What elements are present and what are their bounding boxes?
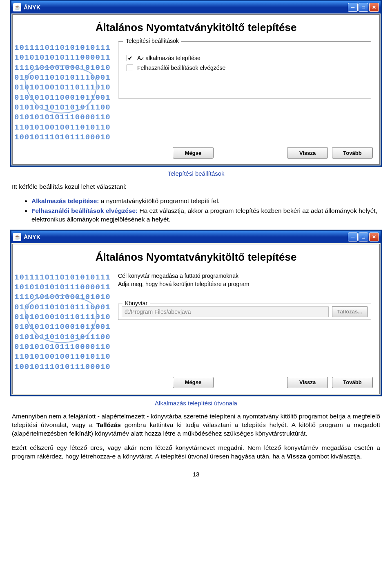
checkbox-install-app[interactable]: ✔ (127, 55, 133, 61)
close-button[interactable]: ✕ (369, 3, 379, 12)
checkbox-install-app-row: ✔ Az alkalmazás telepítése (127, 55, 363, 61)
figure-caption-1: Telepítési beállítások (10, 170, 382, 177)
figure-caption-2: Alkalmazás telepítési útvonala (10, 400, 382, 407)
settings-list: Alkalmazás telepítése: a nyomtatványkitö… (31, 197, 380, 224)
maximize-button[interactable]: □ (359, 3, 368, 12)
content-pane: Cél könyvtár megadása a futtató programo… (110, 271, 379, 372)
installer-heading: Általános Nyomtatványkitöltő telepítése (13, 15, 379, 41)
cancel-button[interactable]: Mégse (173, 147, 214, 159)
installer-window-path: ☕ ÁNYK ─ □ ✕ Általános Nyomtatványkitölt… (10, 230, 382, 396)
checkbox-user-settings-label: Felhasználói beállítások elvégzése (137, 65, 225, 71)
installer-heading: Általános Nyomtatványkitöltő telepítése (13, 244, 379, 271)
list-item: Felhasználói beállítások elvégzése: Ha e… (31, 207, 380, 224)
list-item: Alkalmazás telepítése: a nyomtatványkitö… (31, 197, 380, 206)
hungary-map-icon (21, 289, 102, 346)
doc-paragraph-2: Amennyiben nem a felajánlott - alapértel… (12, 412, 380, 461)
titlebar: ☕ ÁNYK ─ □ ✕ (11, 231, 381, 243)
checkbox-user-settings-row: Felhasználói beállítások elvégzése (127, 65, 363, 71)
p2-1: Amennyiben nem a felajánlott - alapértel… (12, 412, 380, 438)
minimize-button[interactable]: ─ (348, 233, 358, 241)
p2b: gombot kiválasztja, (306, 453, 362, 460)
button-bar: Mégse Vissza Tovább (13, 142, 379, 164)
settings-fieldset: Telepítési beállítások ✔ Az alkalmazás t… (118, 41, 371, 98)
hungary-map-icon (21, 59, 102, 116)
java-icon: ☕ (13, 3, 21, 11)
button-bar: Mégse Vissza Tovább (13, 372, 379, 394)
directory-legend: Könyvtár (122, 300, 150, 306)
page-number: 13 (10, 471, 382, 478)
window-title: ÁNYK (24, 234, 348, 240)
minimize-button[interactable]: ─ (348, 3, 358, 12)
window-controls: ─ □ ✕ (348, 233, 379, 241)
back-button[interactable]: Vissza (287, 147, 328, 159)
sidebar-graphic: 1011110110101010111 1010101010111000011 … (13, 41, 110, 142)
browse-button[interactable]: Tallózás... (332, 306, 368, 317)
window-title: ÁNYK (24, 4, 348, 11)
java-icon: ☕ (13, 233, 21, 241)
checkbox-install-app-label: Az alkalmazás telepítése (137, 55, 200, 61)
installer-body: Általános Nyomtatványkitöltő telepítése … (12, 14, 380, 165)
desc-line-2: Adja meg, hogy hová kerüljön telepítésre… (118, 281, 371, 287)
content-pane: Telepítési beállítások ✔ Az alkalmazás t… (110, 41, 379, 142)
close-button[interactable]: ✕ (369, 233, 379, 241)
cancel-button[interactable]: Mégse (173, 377, 214, 388)
li1-rest: a nyomtatványkitöltő programot telepíti … (99, 197, 220, 204)
installer-body: Általános Nyomtatványkitöltő telepítése … (12, 244, 380, 394)
directory-fieldset: Könyvtár Tallózás... (118, 304, 371, 320)
p2-bold: Vissza (287, 453, 306, 460)
next-button[interactable]: Tovább (332, 377, 373, 388)
maximize-button[interactable]: □ (359, 233, 368, 241)
p2-2: Ezért célszerű egy létező üres, vagy aká… (12, 444, 380, 461)
fieldset-legend: Telepítési beállítások (123, 38, 181, 44)
next-button[interactable]: Tovább (332, 147, 373, 159)
desc-line-1: Cél könyvtár megadása a futtató programo… (118, 273, 371, 279)
titlebar: ☕ ÁNYK ─ □ ✕ (11, 1, 381, 13)
installer-window-settings: ☕ ÁNYK ─ □ ✕ Általános Nyomtatványkitölt… (10, 0, 382, 167)
li1-label: Alkalmazás telepítése: (31, 197, 99, 204)
li2-label: Felhasználói beállítások elvégzése: (31, 207, 138, 214)
p1-bold: Tallózás (96, 421, 121, 428)
directory-input[interactable] (122, 306, 329, 317)
sidebar-graphic: 1011110110101010111 1010101010111000011 … (13, 271, 110, 372)
doc-paragraph-1: Itt kétféle beállítás közül lehet válasz… (12, 183, 380, 224)
back-button[interactable]: Vissza (287, 377, 328, 388)
window-controls: ─ □ ✕ (348, 3, 379, 12)
checkbox-user-settings[interactable] (127, 65, 133, 71)
intro-line: Itt kétféle beállítás közül lehet válasz… (12, 183, 380, 191)
